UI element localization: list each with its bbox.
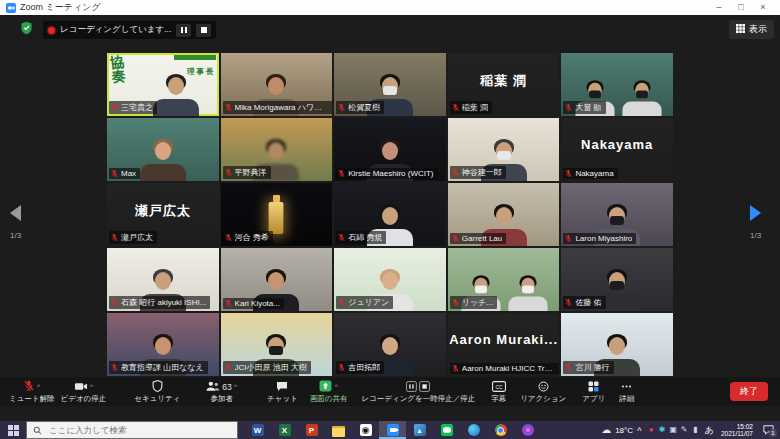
tray-antivirus-icon[interactable]: ✱ [657,425,668,435]
participant-tile-6[interactable]: Max [107,118,219,181]
notification-badge: 1 [769,429,777,437]
participant-tile-16[interactable]: 石森 昭行 akiyuki ISHI... [107,248,219,311]
toolbar-apps-button[interactable]: アプリ [579,378,608,406]
toolbar-unmute-button[interactable]: ^ミュート解除 [6,378,58,406]
participant-tile-1[interactable]: 協 奏理事長三宅貴之 [107,53,219,116]
chairman-badge-label: 理事長 [187,67,216,76]
participant-name-text: 石綿 秀規 [348,232,382,243]
participant-tile-8[interactable]: Kirstie Maeshiro (WCIT) [334,118,446,181]
toolbar-share-screen-button[interactable]: ^画面の共有 [307,378,351,406]
taskbar-app-media[interactable]: ◉ [352,421,379,439]
tray-alert-icon[interactable]: ● [646,425,657,435]
participant-silhouette [504,275,552,311]
close-button[interactable]: × [752,0,774,15]
ime-indicator[interactable]: あ [705,424,714,437]
minimize-button[interactable]: – [708,0,730,15]
participants-count: 63 [222,382,231,392]
search-input[interactable] [47,424,221,436]
word-icon: W [252,424,264,436]
taskbar-app-explorer[interactable] [325,421,352,439]
muted-mic-icon [338,363,345,372]
tray-pen-icon[interactable]: ✎ [679,425,690,435]
taskbar-app-photos[interactable]: ▲ [406,421,433,439]
taskbar-app-design[interactable] [514,421,541,439]
toolbar-chat-button[interactable]: チャット [264,378,301,406]
taskbar-app-line[interactable] [433,421,460,439]
participant-tile-15[interactable]: Laron Miyashiro [561,183,673,246]
participant-tile-7[interactable]: 平野典洋 [221,118,333,181]
taskbar-app-word[interactable]: W [244,421,271,439]
participant-tile-11[interactable]: 瀬戸広太瀬戸広太 [107,183,219,246]
stop-recording-button[interactable] [196,24,211,37]
pause-recording-button[interactable] [176,24,191,37]
toolbar-stop-video-button[interactable]: ^ビデオの停止 [58,378,110,406]
muted-mic-icon [452,298,459,307]
toolbar-more-button[interactable]: 詳細 [616,378,637,406]
participant-tile-10[interactable]: NakayamaNakayama [561,118,673,181]
gallery-prev-pager: 1/3 [10,205,40,240]
participant-tile-9[interactable]: 神谷建一郎 [448,118,560,181]
participant-name-text: 石森 昭行 akiyuki ISHI... [121,297,206,308]
participant-tile-19[interactable]: リッチ... [448,248,560,311]
toolbar-participants-button[interactable]: 63^参加者 [203,378,240,406]
toolbar-recording-button[interactable]: レコーディングを一時停止／停止 [358,378,478,406]
weather-cloud-icon[interactable]: ☁ [601,425,611,435]
participant-tile-22[interactable]: JCI小田原 池田 大樹 [221,313,333,376]
hidden-icons-chevron[interactable]: ^ [637,426,642,435]
participant-tile-20[interactable]: 佐藤 佑 [561,248,673,311]
participant-tile-23[interactable]: 吉田拓郎 [334,313,446,376]
participant-name-text: Kari Kiyota... [235,299,280,308]
participant-name-text: Mika Morigawara ハワイ... [235,102,329,113]
chevron-up-icon[interactable]: ^ [90,384,93,390]
taskbar-app-powerpoint[interactable]: P [298,421,325,439]
taskbar-clock[interactable]: 15:02 2021/11/07 [718,423,756,438]
tray-icons: ●✱▣✎▮ [646,425,701,435]
participant-name-text: 佐藤 佑 [575,297,601,308]
toolbar-reactions-button[interactable]: リアクション [517,378,569,406]
participant-tile-18[interactable]: ジュリアン [334,248,446,311]
chevron-up-icon[interactable]: ^ [37,384,40,390]
participant-tile-4[interactable]: 稲葉 潤稲葉 潤 [448,53,560,116]
maximize-button[interactable]: □ [730,0,752,15]
participant-name-label: 神谷建一郎 [450,166,506,179]
taskbar-app-edge[interactable] [460,421,487,439]
participant-tile-17[interactable]: Kari Kiyota... [221,248,333,311]
start-button[interactable] [0,421,26,439]
participant-tile-25[interactable]: 宮川 勝行 [561,313,673,376]
taskbar-app-excel[interactable]: X [271,421,298,439]
toolbar-buttons: ^ミュート解除^ビデオの停止セキュリティ63^参加者チャット^画面の共有レコーデ… [6,378,637,406]
toolbar-security-button[interactable]: セキュリティ [131,378,183,406]
tray-usb-icon[interactable]: ▮ [690,425,701,435]
view-button[interactable]: 表示 [729,20,774,39]
taskbar-app-zoom[interactable] [379,421,406,439]
participant-tile-21[interactable]: 教育指導課 山田ななえ [107,313,219,376]
muted-mic-icon [565,169,572,178]
muted-mic-icon [452,103,459,112]
chevron-up-icon[interactable]: ^ [234,384,237,390]
action-center-button[interactable]: 1 [760,423,776,437]
participant-name-text: リッチ... [462,297,493,308]
next-page-arrow-icon[interactable] [750,205,761,221]
participant-tile-13[interactable]: 石綿 秀規 [334,183,446,246]
photos-app-icon: ▲ [414,424,426,436]
participant-name-label: リッチ... [450,296,497,309]
muted-mic-icon [452,168,459,177]
taskbar-search-box[interactable] [26,421,238,439]
participant-tile-12[interactable]: 河合 秀希 [221,183,333,246]
tray-display-icon[interactable]: ▣ [668,425,679,435]
participant-tile-5[interactable]: 大畠 顕 [561,53,673,116]
zoom-taskbar-icon [387,424,399,436]
muted-mic-icon [338,298,345,307]
participant-tile-3[interactable]: 松賀夏樹 [334,53,446,116]
participant-tile-14[interactable]: Garrett Lau [448,183,560,246]
leave-meeting-button[interactable]: 終了 [730,382,768,401]
previous-page-arrow-icon[interactable] [10,205,21,221]
toolbar-captions-button[interactable]: CC字幕 [488,378,509,406]
taskbar-app-chrome[interactable] [487,421,514,439]
chrome-browser-icon [495,424,507,436]
weather-temperature[interactable]: 18°C [615,426,633,435]
participant-tile-2[interactable]: Mika Morigawara ハワイ... [221,53,333,116]
participant-tile-24[interactable]: Aaron Muraki...Aaron Muraki HJICC Trea..… [448,313,560,376]
chevron-up-icon[interactable]: ^ [334,384,337,390]
recording-bar: レコーディングしています... [20,21,216,39]
